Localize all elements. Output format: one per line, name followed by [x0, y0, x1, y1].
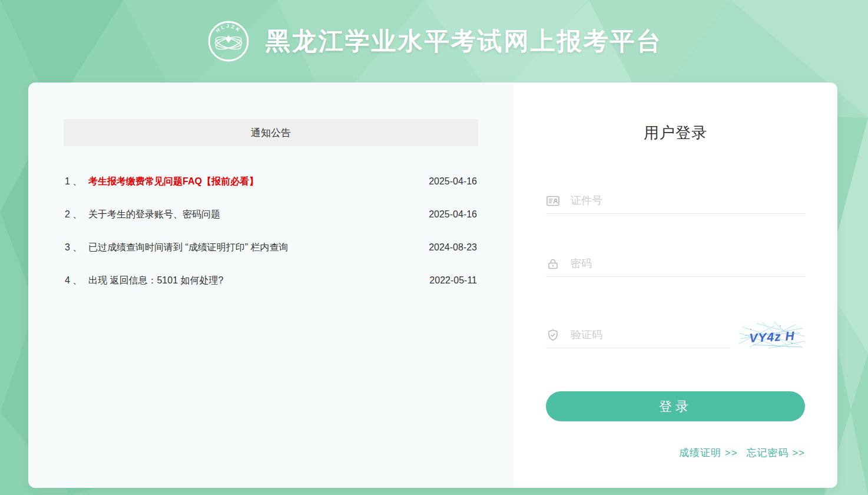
- forgot-password-link[interactable]: 忘记密码 >>: [746, 447, 805, 458]
- notice-item-link[interactable]: 关于考生的登录账号、密码问题: [88, 209, 220, 221]
- login-title: 用户登录: [513, 123, 837, 143]
- notice-item-link[interactable]: 考生报考缴费常见问题FAQ【报前必看】: [88, 176, 259, 188]
- main-card: 通知公告 1 、 考生报考缴费常见问题FAQ【报前必看】 2025-04-16 …: [28, 82, 837, 488]
- svg-text:VY4z H: VY4z H: [749, 329, 795, 345]
- bottom-links: 成绩证明 >> 忘记密码 >>: [546, 446, 805, 460]
- lock-icon: [546, 257, 560, 271]
- id-number-input[interactable]: [571, 194, 805, 207]
- captcha-field: [546, 322, 731, 348]
- notice-item-link[interactable]: 出现 返回信息：5101 如何处理?: [88, 275, 223, 287]
- notice-item-4[interactable]: 4 、 出现 返回信息：5101 如何处理? 2022-05-11: [65, 264, 477, 297]
- notice-board-title: 通知公告: [64, 119, 478, 146]
- login-form: VY4z H 登录 成绩证明 >> 忘记密码 >>: [546, 188, 805, 460]
- captcha-row: VY4z H: [546, 321, 805, 348]
- id-number-field: [546, 188, 805, 214]
- notice-item-1[interactable]: 1 、 考生报考缴费常见问题FAQ【报前必看】 2025-04-16: [65, 165, 477, 198]
- login-button[interactable]: 登录: [546, 391, 805, 421]
- score-certificate-link[interactable]: 成绩证明 >>: [679, 447, 738, 458]
- login-panel: 用户登录: [513, 82, 837, 488]
- notice-item-number: 2 、: [65, 209, 88, 221]
- shield-check-icon: [546, 328, 560, 342]
- notice-panel: 通知公告 1 、 考生报考缴费常见问题FAQ【报前必看】 2025-04-16 …: [28, 82, 513, 488]
- notice-item-3[interactable]: 3 、 已过成绩查询时间请到 “成绩证明打印” 栏内查询 2024-08-23: [65, 231, 477, 264]
- password-field: [546, 251, 805, 277]
- brand: HLJZK · · · · · · · · 黑龙江学业水平考试网上报考平台: [206, 18, 663, 64]
- notice-item-number: 3 、: [65, 242, 88, 254]
- page-title: 黑龙江学业水平考试网上报考平台: [266, 25, 663, 58]
- notice-item-link[interactable]: 已过成绩查询时间请到 “成绩证明打印” 栏内查询: [88, 242, 289, 254]
- header: HLJZK · · · · · · · · 黑龙江学业水平考试网上报考平台: [0, 0, 868, 82]
- notice-item-date: 2025-04-16: [417, 176, 477, 187]
- site-logo-icon: HLJZK · · · · · · · ·: [206, 18, 251, 64]
- notice-list: 1 、 考生报考缴费常见问题FAQ【报前必看】 2025-04-16 2 、 关…: [65, 165, 477, 297]
- notice-item-number: 4 、: [65, 275, 88, 287]
- password-input[interactable]: [571, 258, 805, 270]
- captcha-image[interactable]: VY4z H: [739, 321, 805, 349]
- svg-text:· · · · · · · ·: · · · · · · · ·: [217, 50, 240, 58]
- page: HLJZK · · · · · · · · 黑龙江学业水平考试网上报考平台 通知…: [0, 0, 868, 495]
- notice-item-date: 2025-04-16: [417, 209, 477, 220]
- notice-item-2[interactable]: 2 、 关于考生的登录账号、密码问题 2025-04-16: [65, 198, 477, 231]
- captcha-input[interactable]: [571, 329, 731, 341]
- id-card-icon: [546, 194, 560, 208]
- notice-item-date: 2024-08-23: [417, 242, 477, 253]
- notice-item-date: 2022-05-11: [418, 275, 477, 286]
- notice-item-number: 1 、: [65, 176, 88, 188]
